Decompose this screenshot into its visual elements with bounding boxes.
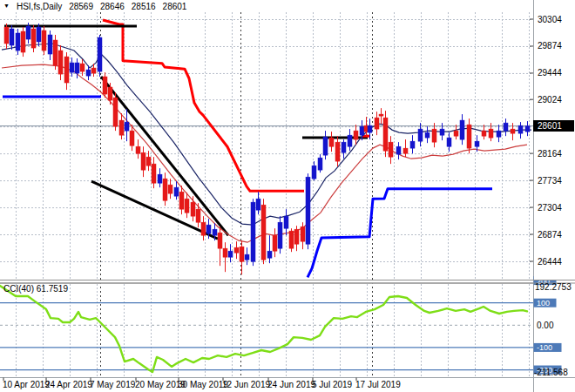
candlestick [467,125,471,148]
quote-low: 28516 [132,2,156,11]
blue-step-indicator-line [308,189,492,278]
indicator-value: 61.7519 [37,284,68,294]
candlestick [525,126,530,132]
candlestick [223,248,227,257]
time-axis-label: 24 Apr 2019 [45,380,92,389]
candlestick [58,51,63,74]
candlestick [447,138,451,146]
time-axis-label: 30 May 2019 [178,380,228,389]
candlestick [201,222,206,235]
candlestick [98,37,102,71]
candlestick [70,63,74,72]
candlestick [354,131,358,139]
candlestick [278,222,282,248]
candlestick [335,142,340,161]
candlestick [191,202,195,216]
candlestick [289,231,294,248]
candlestick [245,254,249,260]
candlestick [75,63,79,73]
candlestick [80,64,85,71]
candlestick [504,123,508,131]
candlestick [256,199,260,210]
candlestick [375,118,379,129]
candlestick [518,125,523,133]
candlestick [360,126,364,135]
candlestick [163,179,167,200]
price-axis-label: 29874 [538,41,562,51]
candlestick [141,152,145,170]
candlestick [389,142,393,157]
candlestick [21,31,25,52]
candlestick [261,205,266,260]
candlestick [383,118,388,151]
candlestick [130,131,134,145]
candlestick [273,235,277,251]
quote-bar: ▼ HSI,fs,Daily 28569 28646 28516 28601 [3,1,186,11]
candlestick [42,30,46,51]
price-axis-label: 27304 [538,203,562,213]
candlestick [4,27,9,44]
candlestick [86,70,91,76]
candlestick [489,129,493,138]
candlestick [174,187,179,196]
candlestick [228,251,233,257]
time-axis-label: 12 Jun 2019 [222,380,270,389]
quote-close: 28601 [163,2,187,11]
candlestick [329,138,334,146]
price-axis-label: 26444 [538,257,562,267]
price-chart-canvas[interactable]: 3030429874294442902428164277342730426874… [0,0,575,392]
price-axis-label: 28164 [538,149,562,159]
candlestick [168,185,172,193]
candlestick [348,135,352,146]
candlestick [91,68,96,73]
candlestick [10,29,14,45]
price-axis-label: 29444 [538,68,562,78]
candlestick [432,129,436,142]
candlestick [267,251,272,258]
candlestick [196,209,200,222]
black-trendline-upper [101,77,228,235]
candlestick [136,146,140,153]
time-axis-label: 10 Apr 2019 [3,380,50,389]
price-axis-label: 27734 [538,176,562,186]
candlestick [108,87,112,100]
candlestick [294,229,299,244]
time-axis-label: 7 May 2019 [90,380,136,389]
candlestick [410,141,415,148]
symbol-period-label: HSI,fs,Daily [17,2,62,11]
time-axis-label: 24 Jun 2019 [267,380,315,389]
current-price-badge: 28601 [533,120,574,132]
candlestick [152,164,156,183]
candlestick [497,131,501,137]
candlestick [234,247,239,253]
candlestick [251,202,255,261]
red-step-indicator-line [103,20,304,191]
candlestick [418,129,423,141]
cci-max-label: 192.2753 [535,282,572,292]
candlestick [179,192,184,209]
indicator-name: CCI(40) [3,284,34,294]
cci-zero-label: 0.00 [537,321,554,330]
time-axis-label: 5 Jul 2019 [312,380,353,389]
price-axis-label: 26874 [538,230,562,240]
candlestick [240,247,244,261]
cci-level-badge-label: -100 [537,343,552,352]
candlestick [284,216,288,228]
candlestick [213,229,217,235]
candlestick [37,27,41,42]
candlestick [454,131,458,136]
candlestick [64,57,69,83]
candlestick [185,199,189,213]
candlestick [368,125,372,132]
candlestick [511,129,515,133]
candlestick [403,148,408,153]
collapse-arrow-icon[interactable]: ▼ [3,2,10,10]
candlestick [206,225,211,233]
time-axis-label: 17 Jul 2019 [355,380,401,389]
candlestick [312,166,316,179]
candlestick [306,177,310,244]
candlestick [26,26,30,39]
candlestick [119,120,124,135]
candlestick [440,129,444,135]
candlestick [125,122,129,131]
